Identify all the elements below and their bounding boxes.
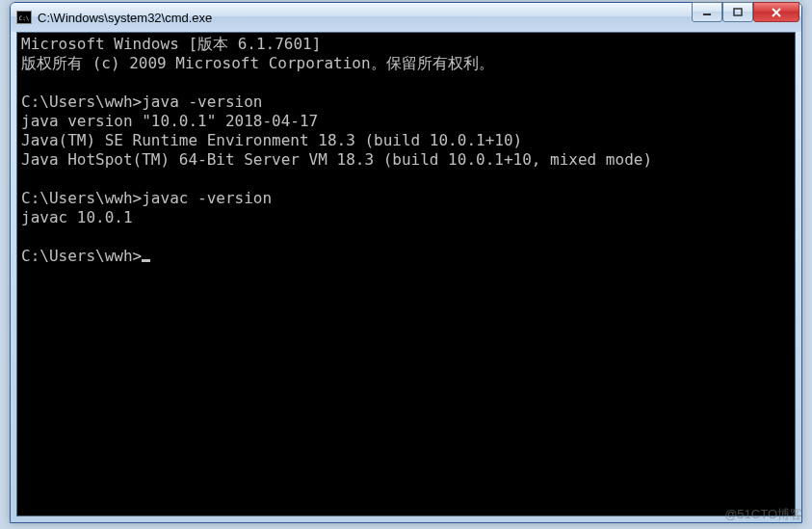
console-line: 版权所有 (c) 2009 Microsoft Corporation。保留所有… bbox=[21, 54, 494, 72]
console-line: Microsoft Windows [版本 6.1.7601] bbox=[21, 35, 321, 53]
cmd-window: C:\Windows\system32\cmd.exe Microsoft Wi… bbox=[10, 2, 802, 523]
close-icon bbox=[771, 8, 782, 17]
window-controls bbox=[692, 2, 799, 22]
minimize-button[interactable] bbox=[692, 2, 722, 22]
console-area[interactable]: Microsoft Windows [版本 6.1.7601] 版权所有 (c)… bbox=[16, 32, 796, 516]
window-title: C:\Windows\system32\cmd.exe bbox=[38, 11, 692, 25]
titlebar[interactable]: C:\Windows\system32\cmd.exe bbox=[11, 3, 801, 32]
console-prompt: C:\Users\wwh> bbox=[21, 247, 142, 265]
cmd-icon bbox=[16, 11, 32, 24]
maximize-icon bbox=[733, 8, 743, 17]
console-output: Microsoft Windows [版本 6.1.7601] 版权所有 (c)… bbox=[21, 35, 791, 266]
console-line: C:\Users\wwh>javac -version bbox=[21, 189, 272, 207]
svg-rect-1 bbox=[734, 9, 742, 15]
maximize-button[interactable] bbox=[722, 2, 753, 22]
console-line: Java(TM) SE Runtime Environment 18.3 (bu… bbox=[21, 131, 522, 149]
console-line: Java HotSpot(TM) 64-Bit Server VM 18.3 (… bbox=[21, 150, 652, 169]
close-button[interactable] bbox=[753, 2, 799, 22]
minimize-icon bbox=[702, 8, 712, 17]
cursor bbox=[142, 259, 150, 262]
console-line: java version "10.0.1" 2018-04-17 bbox=[21, 112, 318, 130]
watermark: @51CTO博客 bbox=[724, 506, 802, 523]
console-line: C:\Users\wwh>java -version bbox=[21, 93, 262, 111]
console-line: javac 10.0.1 bbox=[21, 208, 133, 226]
